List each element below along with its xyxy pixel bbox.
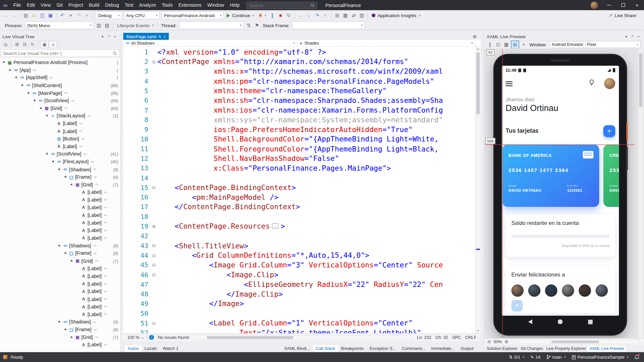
rulers-icon[interactable]: ⊞ [511, 41, 519, 49]
menu-debug[interactable]: Debug [102, 2, 122, 7]
bank-card-blue[interactable]: BANK OF AMERICA 2536 1457 1477 2364 NAME… [502, 144, 599, 207]
configuration-dropdown[interactable]: Debug▾ [96, 11, 122, 19]
background-tasks-icon[interactable] [3, 355, 7, 359]
zoom-in-icon[interactable]: ⊕ [503, 339, 510, 345]
friend-avatar[interactable] [595, 285, 608, 297]
tree-node[interactable]: ▶▢[Frame]<>(8) [0, 173, 120, 181]
recents-nav-icon[interactable] [588, 319, 592, 324]
tree-search-box[interactable] [1, 49, 119, 57]
tree-node[interactable]: ▶<>[ShellContent](86) [0, 81, 120, 89]
code-line[interactable]: 46⊟ <Image.Clip> [123, 270, 475, 280]
fold-marker[interactable]: ⊟ [150, 273, 157, 277]
select-element-icon[interactable]: ◎ [2, 41, 9, 48]
menu-test[interactable]: Test [122, 2, 136, 7]
friend-avatar[interactable] [562, 285, 574, 297]
friend-avatar[interactable] [579, 285, 591, 297]
code-line[interactable]: 18 [123, 212, 475, 222]
editor-horizontal-scrollbar[interactable] [194, 335, 412, 340]
minimize-button[interactable] [602, 0, 616, 10]
menu-view[interactable]: View [38, 2, 54, 7]
tab-exception-s-[interactable]: Exception S... [367, 345, 399, 352]
code-line[interactable]: 9 ios:Page.PrefersHomeIndicatorAutoHidde… [123, 125, 475, 134]
clear-guides-icon[interactable]: × [520, 41, 528, 49]
tree-node[interactable]: ▶A[Label]<> [0, 143, 120, 150]
tree-node[interactable]: ▶▦[Grid]<>(83) [0, 105, 120, 112]
undo-dropdown-icon[interactable]: ▾ [66, 11, 75, 19]
code-line[interactable]: 10 Shell.BackgroundColor="{AppThemeBindi… [123, 134, 475, 144]
menu-git[interactable]: Git [54, 2, 65, 7]
step-into-icon[interactable]: ↓ [305, 11, 313, 19]
friend-avatar[interactable] [528, 285, 540, 297]
expander-icon[interactable]: ▶ [26, 90, 32, 96]
expander-icon[interactable]: ▶ [63, 250, 68, 256]
code-line[interactable]: 11 Shell.ForegroundColor="{AppThemeBindi… [123, 144, 475, 154]
expander-icon[interactable]: ▶ [13, 75, 19, 80]
tree-node[interactable]: ▶A[Label]<> [0, 303, 120, 311]
menu-extensions[interactable]: Extensions [176, 2, 204, 7]
expander-icon[interactable]: ▶ [7, 67, 13, 73]
code-line[interactable]: 45⊟ <Image Grid.Column="3" VerticalOptio… [123, 260, 475, 270]
breadcrumb-element-dropdown[interactable]: <> sh:Shadows▾ [123, 40, 297, 47]
close-button[interactable]: × [630, 0, 644, 10]
spaces-indicator[interactable]: SPC [452, 335, 461, 340]
code-line[interactable]: 51⊟ <Label Grid.Column="1" VerticalOptio… [123, 318, 475, 328]
open-file-icon[interactable]: ▭ [30, 11, 38, 19]
theme-lightbulb-icon[interactable] [588, 79, 595, 88]
menu-tools[interactable]: Tools [159, 2, 176, 7]
collapsed-region[interactable]: ... [272, 224, 279, 229]
account-avatar[interactable] [591, 1, 598, 9]
menu-build[interactable]: Build [86, 2, 102, 7]
tab-command-[interactable]: Command... [399, 345, 428, 352]
tree-node[interactable]: ▶A[Label]<> [0, 120, 120, 127]
scrollbar-thumb[interactable] [207, 336, 293, 339]
tree-node[interactable]: ▶A[Label]<> [0, 188, 120, 196]
tree-node[interactable]: ▶<>[FlexLayout]<>(40) [0, 158, 120, 166]
stack-frame-dropdown[interactable]: ▾ [292, 21, 365, 29]
menu-help[interactable]: Help [227, 2, 242, 7]
code-line[interactable]: 44⊟ <Grid ColumnDefinitions="*,Auto,15,4… [123, 251, 475, 260]
step-out-icon[interactable]: ↑ [321, 11, 330, 19]
process-dropdown[interactable]: [N/A] Mono▾ [25, 21, 94, 29]
diagnostics-icon[interactable]: ▥ [358, 11, 366, 19]
tab-immediate-[interactable]: Immediate... [428, 345, 458, 352]
maximize-button[interactable] [616, 0, 630, 10]
expander-icon[interactable]: ▶ [57, 319, 62, 325]
tree-node[interactable]: ▶<>[Shadows]<>(9) [0, 166, 120, 173]
expander-icon[interactable]: ▶ [57, 243, 62, 248]
tab-breakpoints[interactable]: Breakpoints [338, 345, 367, 352]
code-line[interactable]: 43⊟ <Shell.TitleView> [123, 241, 475, 251]
current-repo-button[interactable]: PersonalFinanceSample▾ [572, 355, 628, 360]
code-line[interactable]: 3 xmlns:x="http://schemas.microsoft.com/… [123, 67, 475, 76]
code-line[interactable]: 50 [123, 309, 475, 318]
step-over-icon[interactable]: ↷ [313, 11, 321, 19]
expander-icon[interactable]: ▶ [69, 182, 75, 187]
code-editor[interactable]: 1<?xml version="1.0" encoding="utf-8" ?>… [123, 47, 481, 334]
panel-header[interactable]: XAML Live Preview ▾⊤× [484, 33, 644, 40]
preview-vertical-scrollbar[interactable] [638, 48, 643, 338]
document-tab-mainpage[interactable]: MainPage.xaml ↯ × [123, 33, 169, 40]
threads-icon[interactable]: ⇅ [245, 21, 253, 29]
add-friend-button[interactable]: + [511, 300, 523, 311]
preview-canvas[interactable]: 11:49 ¡Buenos días! D [484, 48, 644, 338]
show-layout-adorners-icon[interactable]: ▣ [41, 41, 48, 48]
menu-analyze[interactable]: Analyze [136, 2, 159, 7]
fold-marker[interactable]: ⊟ [150, 59, 157, 64]
zoom-out-icon[interactable]: ⊖ [486, 339, 492, 345]
code-line[interactable]: 1<?xml version="1.0" encoding="utf-8" ?> [123, 47, 475, 57]
code-line[interactable]: 5 xmlns:theme="clr-namespace:ThemeGaller… [123, 86, 475, 96]
menu-project[interactable]: Project [65, 2, 86, 7]
back-nav-icon[interactable] [528, 319, 532, 324]
preview-horizontal-scrollbar[interactable] [512, 340, 640, 344]
tree-node[interactable]: ▶▦[Grid]<>(7) [0, 181, 120, 188]
expander-icon[interactable]: ▶ [44, 113, 50, 119]
tree-node[interactable]: ▶<>[Shadows]<>(9) [0, 242, 120, 250]
code-line[interactable]: 7 xmlns:ios="clr-namespace:Xamarin.Forms… [123, 105, 475, 115]
sync-commits-button[interactable]: ⇅0/1▾ [509, 355, 524, 360]
code-line[interactable]: 14 [123, 173, 475, 183]
tab-git-changes[interactable]: Git Changes [519, 345, 545, 351]
tab-xaml-bindi-[interactable]: XAML Bindi... [281, 345, 313, 352]
tree-node[interactable]: ▶⊡[Button]<> [0, 135, 120, 143]
expander-icon[interactable]: ▶ [69, 258, 75, 264]
expand-tree-icon[interactable]: ⊞ [13, 41, 21, 48]
code-line[interactable]: 15⊟ <ContentPage.BindingContext> [123, 183, 475, 192]
